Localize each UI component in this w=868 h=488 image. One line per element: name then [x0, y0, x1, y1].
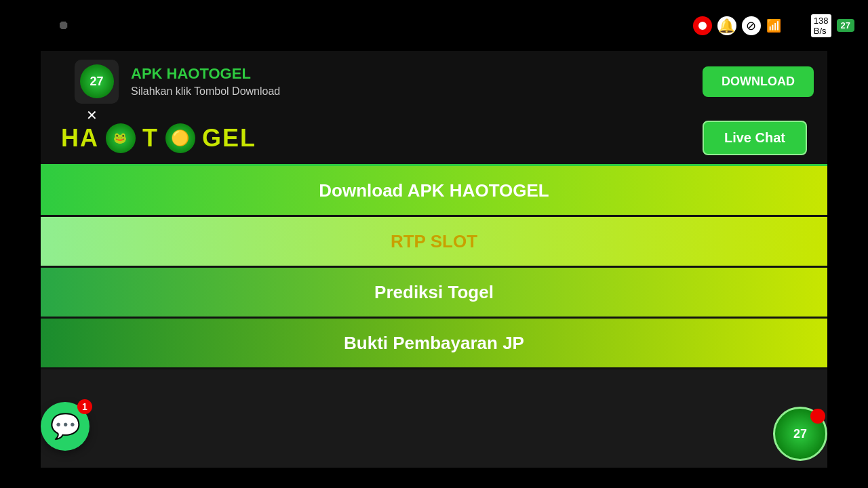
live-chat-button[interactable]: Live Chat — [703, 121, 807, 155]
download-button[interactable]: DOWNLOAD — [703, 66, 814, 97]
logo-icon-ball: 🟡 — [165, 123, 195, 153]
chat-widget-button[interactable]: 27 — [773, 407, 827, 461]
navbar: HA 🐸 T 🟡 GEL Live Chat — [41, 112, 827, 166]
app-logo: 27 — [75, 60, 119, 104]
whatsapp-badge: 1 — [77, 399, 92, 414]
network-speed: 138B/s — [811, 14, 831, 37]
bottom-bar — [0, 468, 868, 488]
menu-item-prediksi[interactable]: Prediksi Togel — [41, 268, 827, 319]
site-logo: HA 🐸 T 🟡 GEL — [61, 123, 256, 153]
record-icon: ⏺ — [58, 18, 70, 33]
menu-item-bukti[interactable]: Bukti Pembayaran JP — [41, 319, 827, 369]
main-content: HA 🐸 T 🟡 GEL Live Chat Download APK HAOT… — [41, 112, 827, 488]
app-subtitle: Silahkan klik Tombol Download — [131, 85, 703, 98]
close-icon: ✕ — [86, 107, 98, 123]
rec-icon — [693, 16, 712, 35]
app-info: APK HAOTOGEL Silahkan klik Tombol Downlo… — [131, 65, 703, 98]
status-bar: 18.12 ⏺ 🔔 ⊘ 📶 138B/s 27 — [0, 0, 868, 51]
chat-widget-icon: 27 — [773, 407, 827, 461]
status-icons: 🔔 ⊘ 📶 138B/s 27 — [693, 14, 854, 37]
battery-indicator: 27 — [837, 19, 854, 32]
menu-list: Download APK HAOTOGEL RTP SLOT Prediksi … — [41, 166, 827, 369]
bell-icon: 🔔 — [717, 16, 736, 35]
signal-bars — [787, 19, 806, 33]
logo-icon: 27 — [80, 64, 114, 98]
logo-icon-circle: 🐸 — [106, 123, 136, 153]
whatsapp-button[interactable]: 💬 1 — [41, 402, 90, 451]
wifi-icon: 📶 — [766, 18, 781, 33]
block-icon: ⊘ — [742, 16, 761, 35]
menu-item-download[interactable]: Download APK HAOTOGEL — [41, 166, 827, 217]
close-button[interactable]: ✕ — [81, 105, 102, 125]
whatsapp-icon: 💬 — [50, 412, 81, 441]
menu-item-rtp[interactable]: RTP SLOT — [41, 217, 827, 268]
status-time: 18.12 — [14, 17, 51, 35]
chat-red-dot — [810, 409, 825, 424]
app-title: APK HAOTOGEL — [131, 65, 703, 83]
app-banner: ✕ 27 APK HAOTOGEL Silahkan klik Tombol D… — [41, 51, 827, 112]
